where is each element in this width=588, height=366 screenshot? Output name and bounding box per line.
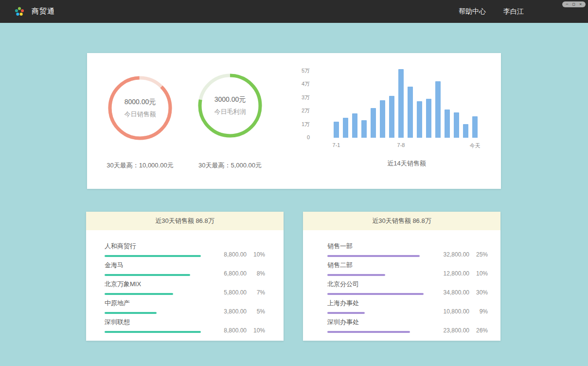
departments-panel-title: 近30天销售额 86.8万 <box>303 212 500 230</box>
row-progress-bar <box>327 255 424 257</box>
row-progress-bar <box>327 274 424 276</box>
row-percent: 10% <box>247 251 265 258</box>
bar-day-16 <box>472 116 478 138</box>
bar-column <box>408 71 413 138</box>
row-progress-bar <box>105 312 201 314</box>
bar-day-2 <box>343 118 348 138</box>
maximize-icon[interactable]: □ <box>572 1 575 7</box>
bar-day-11 <box>426 99 431 138</box>
bar-day-10 <box>417 101 422 138</box>
bar-column <box>361 71 367 138</box>
bar-day-15 <box>463 124 468 138</box>
row-name: 金海马 <box>105 261 201 270</box>
x-tick-label: 今天 <box>470 142 481 149</box>
bar-day-8 <box>398 69 404 138</box>
row-percent: 10% <box>469 270 488 277</box>
list-item: 人和商贸行8,800.0010% <box>105 238 265 257</box>
today-sales-value: 8000.00元 <box>125 98 156 107</box>
row-name: 北京万象MIX <box>105 280 201 289</box>
bar-day-7 <box>389 96 394 138</box>
row-name: 深圳联想 <box>105 318 201 327</box>
titlebar: 商贸通 帮助中心 李白江 — □ ✕ <box>0 0 588 23</box>
row-value: 34,800.00 <box>434 289 469 296</box>
list-item: 上海办事处10,800.009% <box>327 295 488 314</box>
x-tick-label: 7-8 <box>397 142 405 148</box>
y-tick-label: 1万 <box>302 121 310 128</box>
row-name: 北京分公司 <box>327 280 424 289</box>
window-controls: — □ ✕ <box>562 1 586 7</box>
bar-day-14 <box>454 112 459 138</box>
row-name: 上海办事处 <box>327 299 424 308</box>
x-tick-label: 7-1 <box>333 142 340 148</box>
bar-column <box>352 71 357 138</box>
user-name-link[interactable]: 李白江 <box>503 7 524 16</box>
bar-column: 7-1 <box>334 71 339 138</box>
titlebar-nav: 帮助中心 李白江 <box>459 7 524 16</box>
bar-column <box>435 71 441 138</box>
row-progress-bar <box>105 255 201 257</box>
row-percent: 30% <box>469 289 488 296</box>
y-tick-label: 0 <box>307 134 310 141</box>
panel-right-body: 销售一部32,800.0025%销售二部12,800.0010%北京分公司34,… <box>303 230 500 333</box>
bar-column <box>445 71 450 138</box>
row-name: 销售一部 <box>327 242 424 251</box>
row-value: 32,800.00 <box>434 251 469 258</box>
row-value: 6,800.00 <box>212 270 247 277</box>
app-logo-icon <box>14 6 25 18</box>
today-profit-donut: 3000.00元 今日毛利润 <box>196 72 264 140</box>
y-tick-label: 3万 <box>302 94 310 101</box>
help-center-link[interactable]: 帮助中心 <box>459 7 486 16</box>
customers-sales-panel: 近30天销售额 86.8万 人和商贸行8,800.0010%金海马6,800.0… <box>86 212 284 341</box>
close-icon[interactable]: ✕ <box>579 1 582 7</box>
list-item: 深圳联想8,800.0010% <box>105 314 265 333</box>
today-profit-label: 今日毛利润 <box>214 108 246 116</box>
row-value: 10,800.00 <box>434 308 469 315</box>
minimize-icon[interactable]: — <box>566 1 569 7</box>
bar-column <box>343 71 348 138</box>
row-value: 8,800.00 <box>212 251 247 258</box>
list-item: 中原地产3,800.005% <box>105 295 265 314</box>
bar-column <box>454 71 459 138</box>
bar-column: 今天 <box>472 71 478 138</box>
list-item: 销售一部32,800.0025% <box>327 238 488 257</box>
list-item: 销售二部12,800.0010% <box>327 257 488 276</box>
list-item: 北京分公司34,800.0030% <box>327 276 488 295</box>
list-item: 深圳办事处23,800.0026% <box>327 314 488 333</box>
row-percent: 25% <box>469 251 488 258</box>
panel-left-body: 人和商贸行8,800.0010%金海马6,800.008%北京万象MIX5,80… <box>86 230 284 333</box>
bar-day-12 <box>435 81 441 138</box>
bar-column <box>463 71 468 138</box>
y-tick-label: 5万 <box>302 67 310 74</box>
row-percent: 5% <box>247 308 265 315</box>
row-value: 3,800.00 <box>212 308 247 315</box>
customers-panel-title: 近30天销售额 86.8万 <box>86 212 284 230</box>
bar-day-4 <box>361 120 367 138</box>
bar-column <box>380 71 385 138</box>
today-sales-donut: 8000.00元 今日销售额 <box>106 74 174 142</box>
departments-sales-panel: 近30天销售额 86.8万 销售一部32,800.0025%销售二部12,800… <box>303 212 500 341</box>
row-percent: 26% <box>469 327 488 334</box>
row-name: 销售二部 <box>327 261 424 270</box>
bar-day-5 <box>371 108 376 138</box>
bar-chart-title: 近14天销售额 <box>308 159 505 168</box>
row-name: 深圳办事处 <box>327 318 424 327</box>
bar-column: 7-8 <box>398 71 404 138</box>
bar-column <box>389 71 394 138</box>
bar-day-1 <box>334 122 339 138</box>
bar-column <box>371 71 376 138</box>
row-percent: 9% <box>469 308 488 315</box>
today-profit-footnote: 30天最高：5,000.00元 <box>172 161 288 170</box>
bar-day-6 <box>380 100 385 138</box>
row-name: 中原地产 <box>105 299 201 308</box>
bar-chart-plot: 7-17-8今天 <box>334 71 481 138</box>
bar-day-9 <box>408 87 413 138</box>
today-sales-label: 今日销售额 <box>125 110 156 119</box>
row-name: 人和商贸行 <box>105 242 201 251</box>
bar-column <box>417 71 422 138</box>
row-percent: 7% <box>247 289 265 296</box>
row-progress-bar <box>105 293 201 295</box>
row-percent: 8% <box>247 270 265 277</box>
row-value: 23,800.00 <box>434 327 469 334</box>
app-title: 商贸通 <box>32 7 55 16</box>
y-tick-label: 4万 <box>302 80 310 87</box>
